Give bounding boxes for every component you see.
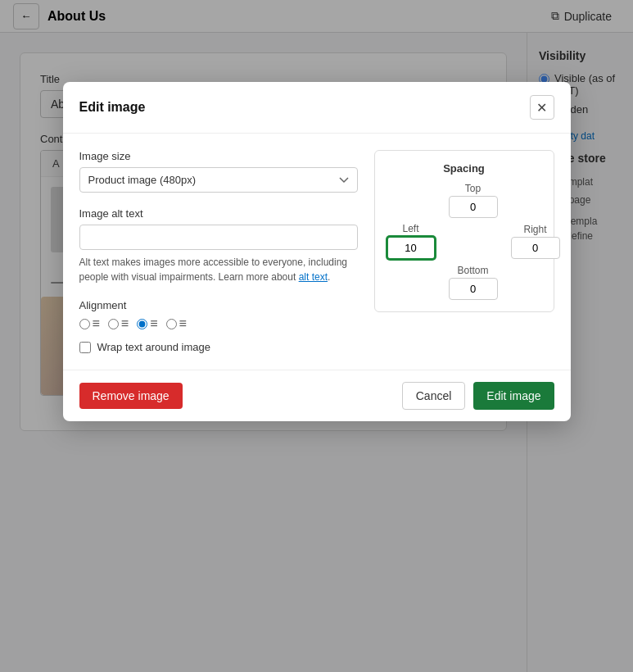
wrap-text-row: Wrap text around image — [79, 341, 358, 353]
alt-text-group: Image alt text Alt text makes images mor… — [79, 207, 358, 284]
image-size-label: Image size — [79, 150, 358, 162]
spacing-grid: Top Left Right — [387, 183, 542, 300]
align-left-radio[interactable] — [79, 319, 90, 329]
align-right-option[interactable]: ≡ — [137, 316, 157, 331]
spacing-left-input[interactable] — [387, 236, 436, 260]
remove-image-button[interactable]: Remove image — [79, 383, 183, 409]
spacing-panel: Spacing Top Left — [374, 150, 554, 312]
alt-text-label: Image alt text — [79, 207, 358, 220]
modal-right-section: Spacing Top Left — [374, 150, 554, 353]
spacing-title: Spacing — [387, 162, 542, 175]
align-justify-option[interactable]: ≡ — [166, 316, 187, 331]
align-justify-icon: ≡ — [179, 316, 187, 331]
modal-body: Image size Product image (480px) Small (… — [63, 134, 571, 370]
modal-title: Edit image — [79, 100, 146, 115]
spacing-center-placeholder — [395, 184, 427, 217]
edit-image-button[interactable]: Edit image — [473, 382, 554, 410]
align-right-radio[interactable] — [137, 319, 147, 329]
spacing-bottom-group: Bottom — [449, 265, 498, 300]
align-center-radio[interactable] — [108, 319, 119, 329]
cancel-button[interactable]: Cancel — [402, 382, 466, 410]
alignment-options: ≡ ≡ ≡ ≡ — [79, 316, 358, 331]
spacing-right-input[interactable] — [511, 237, 560, 259]
spacing-top-group: Top — [449, 183, 498, 218]
align-left-icon: ≡ — [93, 316, 100, 331]
modal-header: Edit image ✕ — [63, 82, 571, 134]
modal-left-section: Image size Product image (480px) Small (… — [79, 150, 358, 353]
align-center-option[interactable]: ≡ — [108, 316, 129, 331]
wrap-text-checkbox[interactable] — [79, 342, 91, 353]
spacing-bottom-input[interactable] — [449, 278, 498, 300]
spacing-top-label: Top — [465, 183, 481, 194]
spacing-left-label: Left — [402, 223, 418, 234]
spacing-top-input[interactable] — [449, 196, 498, 218]
edit-image-modal: Edit image ✕ Image size Product image (4… — [63, 82, 571, 421]
spacing-bottom-label: Bottom — [457, 265, 488, 276]
alt-text-input[interactable] — [79, 225, 358, 250]
spacing-right-label: Right — [523, 224, 546, 235]
footer-right: Cancel Edit image — [402, 382, 554, 410]
modal-close-button[interactable]: ✕ — [530, 95, 554, 120]
alignment-section: Alignment ≡ ≡ ≡ — [79, 299, 358, 331]
modal-footer: Remove image Cancel Edit image — [63, 370, 571, 421]
spacing-right-group: Right — [511, 224, 560, 259]
spacing-left-group: Left — [387, 223, 436, 260]
close-icon: ✕ — [536, 100, 547, 116]
wrap-text-label: Wrap text around image — [97, 341, 211, 353]
image-size-select[interactable]: Product image (480px) Small (240px) Medi… — [79, 167, 358, 193]
align-left-option[interactable]: ≡ — [79, 316, 100, 331]
alignment-label: Alignment — [79, 299, 358, 311]
alt-text-link[interactable]: alt text — [299, 271, 328, 283]
align-right-icon: ≡ — [150, 316, 157, 331]
modal-overlay[interactable]: Edit image ✕ Image size Product image (4… — [0, 0, 633, 672]
align-center-icon: ≡ — [121, 316, 129, 331]
image-size-group: Image size Product image (480px) Small (… — [79, 150, 358, 193]
alt-text-hint: Alt text makes images more accessible to… — [79, 255, 358, 284]
align-justify-radio[interactable] — [166, 319, 177, 329]
